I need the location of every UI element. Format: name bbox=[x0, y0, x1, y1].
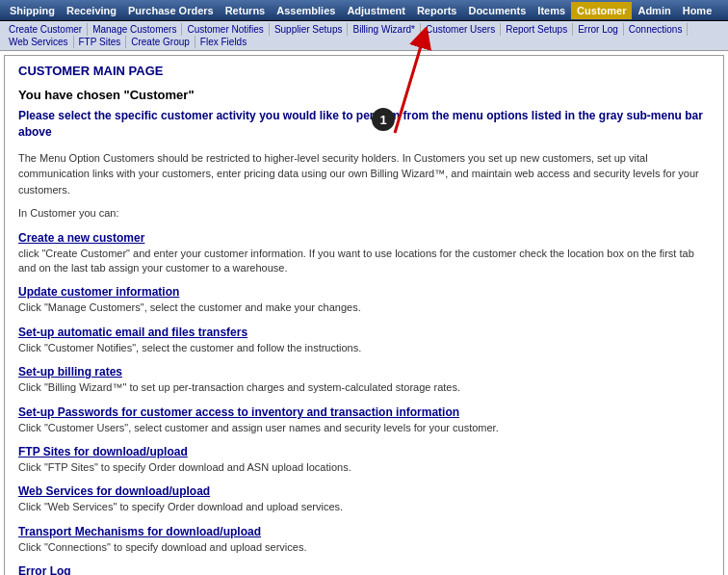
section-link-8[interactable]: Error Log bbox=[18, 564, 710, 575]
sections-list: Create a new customerclick "Create Custo… bbox=[18, 231, 710, 575]
section-link-1[interactable]: Update customer information bbox=[18, 285, 710, 299]
section-link-6[interactable]: Web Services for download/upload bbox=[18, 484, 710, 498]
nav-item-shipping[interactable]: Shipping bbox=[4, 2, 61, 19]
nav-item-returns[interactable]: Returns bbox=[220, 2, 272, 19]
main-content: CUSTOMER MAIN PAGE You have chosen "Cust… bbox=[4, 55, 724, 575]
section-link-4[interactable]: Set-up Passwords for customer access to … bbox=[18, 405, 710, 419]
section-desc-2: Click "Customer Notifies", select the cu… bbox=[18, 341, 710, 355]
sub-nav-item-error-log[interactable]: Error Log bbox=[573, 23, 624, 36]
sub-nav-item-ftp-sites[interactable]: FTP Sites bbox=[74, 36, 127, 48]
nav-item-admin[interactable]: Admin bbox=[632, 2, 676, 19]
section-link-7[interactable]: Transport Mechanisms for download/upload bbox=[18, 525, 710, 538]
nav-item-purchase-orders[interactable]: Purchase Orders bbox=[122, 2, 220, 19]
page-title: CUSTOMER MAIN PAGE bbox=[18, 64, 710, 78]
section-desc-5: Click "FTP Sites" to specify Order downl… bbox=[18, 460, 710, 475]
nav-item-customer[interactable]: Customer bbox=[571, 2, 632, 19]
description-2: In Customer you can: bbox=[18, 205, 710, 222]
sub-nav-item-report-setups[interactable]: Report Setups bbox=[501, 23, 573, 36]
sub-nav-item-create-group[interactable]: Create Group bbox=[126, 36, 195, 48]
section-desc-6: Click "Web Services" to specify Order do… bbox=[18, 500, 710, 514]
sub-nav-item-customer-users[interactable]: Customer Users bbox=[421, 23, 501, 36]
sub-nav-item-supplier-setups[interactable]: Supplier Setups bbox=[270, 23, 349, 36]
section-link-5[interactable]: FTP Sites for download/upload bbox=[18, 445, 710, 458]
section-link-3[interactable]: Set-up billing rates bbox=[18, 365, 710, 379]
nav-item-reports[interactable]: Reports bbox=[411, 2, 463, 19]
sub-nav-item-connections[interactable]: Connections bbox=[624, 23, 689, 36]
nav-item-home[interactable]: Home bbox=[677, 2, 718, 19]
nav-item-items[interactable]: Items bbox=[532, 2, 571, 19]
section-desc-4: Click "Customer Users", select customer … bbox=[18, 421, 710, 435]
sub-nav-item-billing-wizard[interactable]: Billing Wizard* bbox=[348, 23, 420, 36]
nav-item-documents[interactable]: Documents bbox=[462, 2, 532, 19]
sub-nav-item-create-customer[interactable]: Create Customer bbox=[4, 23, 88, 36]
instruction-message: Please select the specific customer acti… bbox=[18, 108, 710, 141]
chosen-message: You have chosen "Customer" bbox=[18, 88, 710, 102]
description-1: The Menu Option Customers should be rest… bbox=[18, 150, 710, 198]
section-desc-0: click "Create Customer" and enter your c… bbox=[18, 247, 710, 276]
section-link-2[interactable]: Set-up automatic email and files transfe… bbox=[18, 326, 710, 339]
sub-nav-item-customer-notifies[interactable]: Customer Notifies bbox=[182, 23, 269, 36]
nav-item-adjustment[interactable]: Adjustment bbox=[341, 2, 411, 19]
sub-nav-item-web-services[interactable]: Web Services bbox=[4, 36, 74, 48]
sub-nav-item-flex-fields[interactable]: Flex Fields bbox=[195, 36, 251, 48]
nav-item-assemblies[interactable]: Assemblies bbox=[271, 2, 341, 19]
top-navigation: ShippingReceivingPurchase OrdersReturnsA… bbox=[0, 0, 728, 21]
section-desc-1: Click "Manage Customers", select the cus… bbox=[18, 301, 710, 315]
section-link-0[interactable]: Create a new customer bbox=[18, 231, 710, 245]
section-desc-3: Click "Billing Wizard™" to set up per-tr… bbox=[18, 380, 710, 395]
sub-nav-item-manage-customers[interactable]: Manage Customers bbox=[88, 23, 182, 36]
nav-item-receiving[interactable]: Receiving bbox=[61, 2, 122, 19]
section-desc-7: Click "Connections" to specify download … bbox=[18, 540, 710, 555]
sub-navigation: Create CustomerManage CustomersCustomer … bbox=[0, 21, 728, 51]
